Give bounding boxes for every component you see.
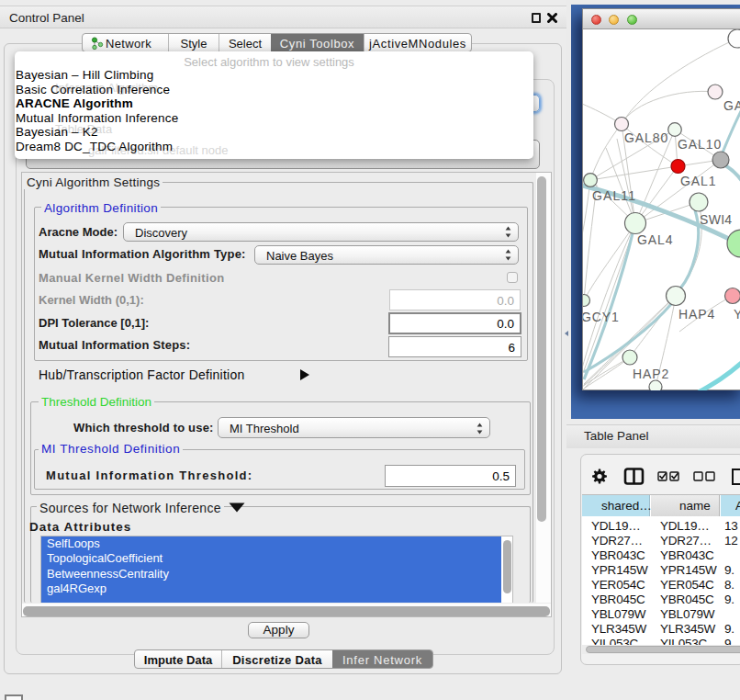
svg-text:HAP4: HAP4: [678, 307, 715, 322]
svg-text:GAL10: GAL10: [678, 137, 722, 152]
svg-text:GAL11: GAL11: [592, 188, 636, 203]
svg-text:SWI4: SWI4: [700, 212, 732, 227]
svg-text:Y: Y: [734, 307, 740, 322]
svg-text:GAL80: GAL80: [624, 130, 668, 145]
svg-text:GCY1: GCY1: [583, 310, 620, 324]
svg-text:HAP2: HAP2: [633, 367, 669, 381]
svg-text:GAL7: GAL7: [723, 98, 740, 113]
svg-text:GAL4: GAL4: [637, 232, 673, 247]
svg-text:GAL1: GAL1: [680, 174, 716, 188]
